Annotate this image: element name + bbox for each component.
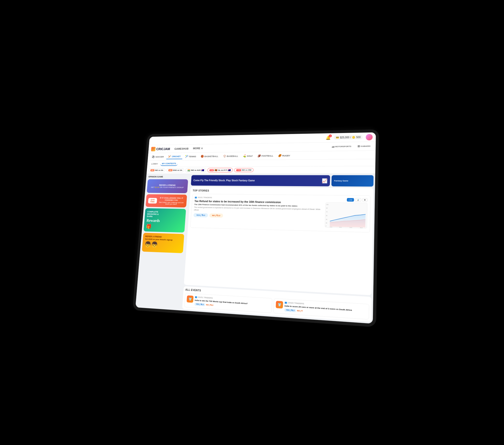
traders-number: 33151 TRADERS xyxy=(198,196,212,199)
wallet-amount: $25,000 xyxy=(340,136,349,139)
event-yes-btn-0[interactable]: YES | ₹8.0 xyxy=(194,303,205,306)
flag-australia-2: 🇦🇺 xyxy=(228,169,231,171)
missions-line3: EARN xyxy=(147,215,183,218)
traders-count-1: 20420 TRADERS xyxy=(288,301,304,305)
football-icon: 🏈 xyxy=(257,154,261,157)
traders-count-0: 33151 TRADERS xyxy=(198,296,213,299)
match-chip-eng-sa[interactable]: 480 ENG vs SA xyxy=(166,168,184,172)
svg-text:30: 30 xyxy=(326,222,327,224)
promo-chart-visual: 📈 xyxy=(322,178,327,183)
event-card-1: 👕 👥 20420 TRADERS India to score 25 runs… xyxy=(273,298,369,319)
price-chart: 100 90 70 60 40 30 0 xyxy=(325,202,367,228)
top-stories-title: TOP STORIES xyxy=(193,189,371,194)
event-content-1: 👥 20420 TRADERS India to score 25 runs o… xyxy=(284,301,367,317)
top-stories-section: TOP STORIES 👥 33151 TRADERS Tax Refund f… xyxy=(184,187,373,295)
promo-banner-fantasy[interactable]: Fantasy Game xyxy=(331,175,374,187)
sports-tab-motorsports[interactable]: 🏎 MOTORSPORTS xyxy=(329,144,353,149)
sports-tab-football[interactable]: 🏈 FOOTBALL xyxy=(255,153,275,158)
traders-icon-0: 👥 xyxy=(195,296,197,298)
badge-eng-sa: 480 xyxy=(168,169,172,171)
notification-bell[interactable]: 🔔 2 xyxy=(326,135,331,140)
flag-india: 🇮🇳 xyxy=(187,169,190,171)
match-chip-ind-sa[interactable]: 480 IND vs SA xyxy=(148,168,165,172)
svg-text:0: 0 xyxy=(326,225,327,227)
bet-no-button[interactable]: NO | ₹2.0 xyxy=(209,213,223,218)
svg-text:02:51: 02:51 xyxy=(330,226,332,228)
svg-text:06:00: 06:00 xyxy=(360,227,363,228)
match-chip-ind-zim[interactable]: LIVE IND vs ZIM xyxy=(234,168,253,172)
sports-tab-rugby[interactable]: 🏉 RUGBY xyxy=(276,153,292,158)
refer-banner-title: REFER A FRIEND xyxy=(159,184,176,186)
logo[interactable]: 🏏 CRICJAM xyxy=(151,147,170,151)
promo-banners: Come Fly The Friendly Stock. Play Stock … xyxy=(191,175,374,186)
svg-text:05:03: 05:03 xyxy=(349,227,352,228)
cricket-icon: 🏏 xyxy=(168,155,171,158)
nav-more[interactable]: MORE ∨ xyxy=(193,146,203,151)
sports-tab-basketball[interactable]: 🏀 BASKETBALL xyxy=(199,154,220,159)
badge-ind-sa: 480 xyxy=(150,169,154,171)
user-avatar[interactable] xyxy=(366,134,373,140)
wallet-display[interactable]: 💳 $25,000 / 🪙 500 xyxy=(334,135,363,140)
chart-btn-1hr[interactable]: 1 Hr xyxy=(347,198,354,202)
event-no-btn-0[interactable]: NO | ₹2.0 xyxy=(206,303,213,307)
event-no-btn-1[interactable]: NO | ₹ xyxy=(297,309,302,313)
refer-banner[interactable]: REFER A FRIEND GET $1.00 ON YOUR FRIEND'… xyxy=(147,179,188,193)
match-chip-ind-aus[interactable]: 🇮🇳 IND vs AUS 🇦🇺 xyxy=(185,168,206,172)
svg-text:40: 40 xyxy=(326,219,327,220)
sports-tab-baseball[interactable]: ⚾ BASEBALL xyxy=(221,154,240,158)
event-thumb-1: 👕 xyxy=(276,301,283,308)
tennis-icon: 🎾 xyxy=(185,155,188,158)
live-badge-sl-aus: LIVE xyxy=(209,169,214,171)
nav-gameshub[interactable]: GAMESHUB xyxy=(174,146,189,151)
match-chip-sl-aus[interactable]: LIVE 🇱🇰 SL vs AUS 🇦🇺 xyxy=(207,168,233,172)
tab-my-contests[interactable]: MY CONTESTS xyxy=(160,162,178,166)
sports-tab-cricket[interactable]: 🏏 CRICKET xyxy=(166,154,183,159)
kabaddi-label: KABADDI xyxy=(361,145,370,147)
match-eng-sa-label: ENG vs SA xyxy=(173,169,182,171)
chart-btn-grid[interactable]: ⊞ xyxy=(362,198,367,202)
traders-icon: 👥 xyxy=(195,196,197,199)
football-label: FOOTBALL xyxy=(261,155,273,157)
baseball-icon: ⚾ xyxy=(223,155,226,157)
refer-friend-emoji: 👦👦 xyxy=(144,241,182,249)
promo-banner-stock[interactable]: Come Fly The Friendly Stock. Play Stock … xyxy=(191,175,330,186)
event-card-0: 👕 👥 33151 TRADERS India to win the T20 W… xyxy=(184,293,273,313)
sports-tab-soccer[interactable]: ⚽ SOCCER xyxy=(150,154,166,159)
svg-text:03:51: 03:51 xyxy=(339,227,342,228)
golf-icon: ⛳ xyxy=(243,155,246,157)
chart-area: 1 Hr 📊 ⊞ xyxy=(325,198,367,230)
sports-tab-golf[interactable]: ⛳ GOLF xyxy=(241,154,255,158)
motorsports-label: MOTORSPORTS xyxy=(335,145,351,148)
flag-srilanka: 🇱🇰 xyxy=(215,169,218,171)
sports-tab-tennis[interactable]: 🎾 TENNIS xyxy=(183,154,198,159)
refer-friend-banner[interactable]: REFER A FRIEND Get $100 on your friend's… xyxy=(142,233,184,253)
match-ind-zim-label: IND vs ZIM xyxy=(242,169,252,171)
match-ind-aus-label: IND vs AUS xyxy=(191,169,201,171)
rugby-label: RUGBY xyxy=(282,154,290,157)
svg-text:60: 60 xyxy=(326,215,327,217)
tennis-label: TENNIS xyxy=(189,155,196,158)
bet-yes-button[interactable]: YES | ₹8.0 xyxy=(193,213,208,218)
flag-australia: 🇦🇺 xyxy=(201,169,204,171)
quiz-banner[interactable]: QUIZ TIME! IF IT CHALLENGES YOU, IT CHAN… xyxy=(145,194,187,208)
sports-tab-kabaddi[interactable]: ⊞ KABADDI xyxy=(355,144,372,149)
event-content-0: 👥 33151 TRADERS India to win the T20 Wor… xyxy=(194,296,270,311)
refer-amount: $1.00 xyxy=(155,186,159,188)
tablet-frame: 🔔 2 💳 $25,000 / 🪙 500 🏏 CRICJAM GAMESHUB… xyxy=(133,129,379,327)
event-yes-btn-1[interactable]: YES | ₹8.0 xyxy=(284,308,296,312)
kabaddi-icon: ⊞ xyxy=(358,145,360,148)
quiz-sub: Take today's quiz challenge and see wher… xyxy=(158,201,184,205)
match-chips-row: 480 IND vs SA 480 ENG vs SA 🇮🇳 IND vs AU… xyxy=(147,166,375,174)
svg-text:100: 100 xyxy=(326,204,328,205)
live-badge-ind-zim: LIVE xyxy=(236,169,241,171)
right-content: Come Fly The Friendly Stock. Play Stock … xyxy=(181,174,375,324)
motorsports-icon: 🏎 xyxy=(332,145,335,148)
tab-lobby[interactable]: LOBBY xyxy=(149,162,160,166)
traders-icon-1: 👥 xyxy=(285,301,287,304)
missions-banner[interactable]: COMPLETE MISSIONS & EARN Rewards 🎁 xyxy=(143,208,186,233)
chart-btn-bar[interactable]: 📊 xyxy=(355,198,361,202)
missions-rewards: Rewards xyxy=(146,218,183,223)
missions-emoji: 🎁 xyxy=(146,223,183,230)
soccer-icon: ⚽ xyxy=(152,155,155,158)
quiz-text: IF IT CHALLENGES YOU, IT CHANGES YOU xyxy=(158,197,184,201)
